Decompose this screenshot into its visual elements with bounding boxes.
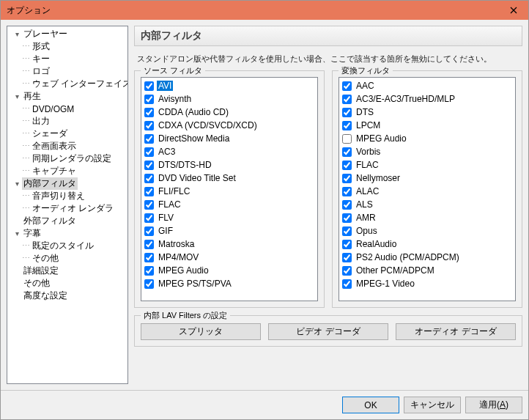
filter-item[interactable]: GIF [143,224,316,237]
filter-checkbox[interactable] [144,187,154,196]
filter-checkbox[interactable] [342,174,352,183]
filter-item[interactable]: FLAC [341,158,514,172]
filter-item[interactable]: Opus [341,224,514,237]
filter-item[interactable]: Vorbis [341,145,514,158]
filter-item[interactable]: FLAC [143,198,316,211]
filter-checkbox[interactable] [144,134,154,144]
filter-checkbox[interactable] [144,253,154,262]
filter-item[interactable]: MPEG-1 Video [341,277,514,290]
tree-item[interactable]: その他 [9,277,126,290]
filter-checkbox[interactable] [342,81,352,91]
filter-item[interactable]: AVI [143,79,316,92]
filter-item[interactable]: AC3 [143,145,316,158]
filter-item[interactable]: CDXA (VCD/SVCD/XCD) [143,119,316,132]
filter-item[interactable]: LPCM [341,119,514,132]
filter-item[interactable]: Matroska [143,237,316,251]
tree-item[interactable]: ⋯出力 [9,115,126,128]
filter-checkbox[interactable] [342,95,352,104]
filter-checkbox[interactable] [144,266,154,276]
filter-item[interactable]: MP4/MOV [143,251,316,264]
tree-item[interactable]: ⋯シェーダ [9,128,126,140]
filter-item[interactable]: MPEG PS/TS/PVA [143,277,316,290]
filter-checkbox[interactable] [144,121,154,130]
filter-checkbox[interactable] [144,161,154,170]
filter-checkbox[interactable] [144,174,154,183]
filter-checkbox[interactable] [144,200,154,210]
filter-checkbox[interactable] [144,108,154,117]
filter-item[interactable]: FLV [143,211,316,224]
tree-item[interactable]: ▾再生 [9,90,126,103]
filter-checkbox[interactable] [342,213,352,223]
splitter-button[interactable]: スプリッタ [141,323,261,340]
tree-item[interactable]: ⋯オーディオ レンダラ [9,202,126,215]
tree-item[interactable]: ⋯形式 [9,40,126,53]
tree-item[interactable]: ⋯ロゴ [9,65,126,78]
tree-item[interactable]: ▾字幕 [9,227,126,240]
filter-checkbox[interactable] [342,121,352,130]
tree-item[interactable]: ⋯ウェブ インターフェイス [9,78,126,90]
filter-item[interactable]: RealAudio [341,237,514,251]
filter-item[interactable]: Avisynth [143,92,316,106]
tree-item[interactable]: ⋯キャプチャ [9,165,126,177]
filter-checkbox[interactable] [144,240,154,249]
tree-item[interactable]: 外部フィルタ [9,215,126,227]
filter-item[interactable]: FLI/FLC [143,185,316,198]
filter-checkbox[interactable] [342,253,352,262]
filter-item[interactable]: ALAC [341,185,514,198]
tree-item[interactable]: ⋯その他 [9,252,126,265]
filter-checkbox[interactable] [144,213,154,223]
filter-checkbox[interactable] [342,161,352,170]
filter-item[interactable]: Other PCM/ADPCM [341,264,514,277]
filter-item[interactable]: DirectShow Media [143,132,316,145]
filter-checkbox[interactable] [342,200,352,210]
close-button[interactable] [499,1,528,20]
expand-icon[interactable] [12,292,22,300]
video-decoder-button[interactable]: ビデオ デコーダ [268,323,388,340]
filter-item[interactable]: DTS/DTS-HD [143,158,316,172]
filter-item[interactable]: MPEG Audio [341,132,514,145]
audio-decoder-button[interactable]: オーディオ デコーダ [396,323,516,340]
expand-icon[interactable]: ▾ [12,180,22,188]
expand-icon[interactable]: ▾ [12,30,22,38]
tree-item[interactable]: ⋯全画面表示 [9,140,126,152]
expand-icon[interactable] [12,267,22,275]
cancel-button[interactable]: キャンセル [404,397,461,413]
filter-checkbox[interactable] [342,134,352,144]
filter-item[interactable]: Nellymoser [341,172,514,185]
tree-item[interactable]: ⋯既定のスタイル [9,240,126,252]
tree-item[interactable]: ⋯同期レンダラの設定 [9,152,126,165]
filter-checkbox[interactable] [144,147,154,157]
filter-item[interactable]: MPEG Audio [143,264,316,277]
tree-item[interactable]: 詳細設定 [9,265,126,277]
apply-button[interactable]: 適用(A) [465,397,522,413]
filter-checkbox[interactable] [342,240,352,249]
filter-item[interactable]: ALS [341,198,514,211]
filter-item[interactable]: AMR [341,211,514,224]
tree-item[interactable]: ▾プレーヤー [9,28,126,40]
tree-item[interactable]: ⋯キー [9,53,126,65]
source-filters-list[interactable]: AVIAvisynthCDDA (Audio CD)CDXA (VCD/SVCD… [141,77,318,301]
expand-icon[interactable]: ▾ [12,229,22,237]
filter-item[interactable]: CDDA (Audio CD) [143,106,316,119]
tree-item[interactable]: ▾内部フィルタ [9,177,126,190]
filter-checkbox[interactable] [342,266,352,276]
filter-item[interactable]: DTS [341,106,514,119]
tree-item[interactable]: ⋯DVD/OGM [9,103,126,115]
expand-icon[interactable] [12,217,22,225]
transform-filters-list[interactable]: AACAC3/E-AC3/TrueHD/MLPDTSLPCMMPEG Audio… [339,77,516,301]
filter-item[interactable]: AAC [341,79,514,92]
filter-checkbox[interactable] [342,226,352,236]
expand-icon[interactable]: ▾ [12,92,22,100]
filter-item[interactable]: AC3/E-AC3/TrueHD/MLP [341,92,514,106]
filter-checkbox[interactable] [144,95,154,104]
filter-checkbox[interactable] [144,81,154,91]
filter-item[interactable]: DVD Video Title Set [143,172,316,185]
category-tree[interactable]: ▾プレーヤー⋯形式⋯キー⋯ロゴ⋯ウェブ インターフェイス▾再生⋯DVD/OGM⋯… [7,26,128,384]
filter-checkbox[interactable] [342,147,352,157]
filter-item[interactable]: PS2 Audio (PCM/ADPCM) [341,251,514,264]
filter-checkbox[interactable] [342,108,352,117]
filter-checkbox[interactable] [342,187,352,196]
tree-item[interactable]: 高度な設定 [9,290,126,302]
tree-item[interactable]: ⋯音声切り替え [9,190,126,202]
filter-checkbox[interactable] [144,226,154,236]
